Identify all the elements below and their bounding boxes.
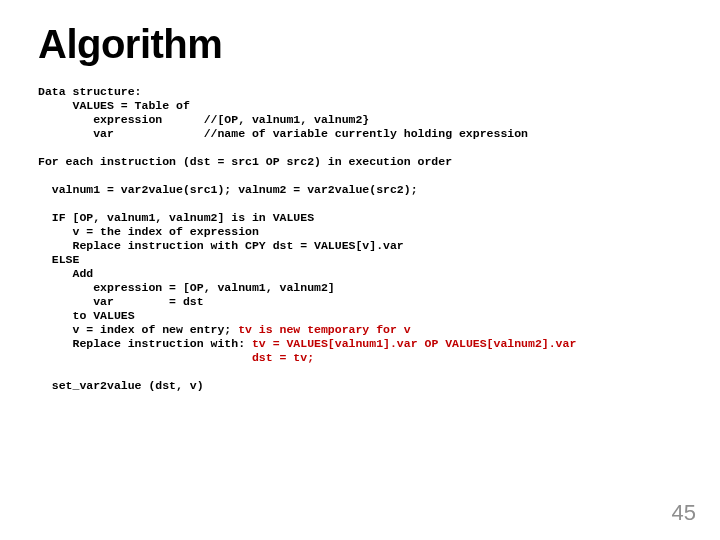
code-line-08: valnum1 = var2value(src1); valnum2 = var… bbox=[38, 183, 418, 196]
code-line-20a bbox=[38, 351, 245, 364]
code-line-11: v = the index of expression bbox=[38, 225, 259, 238]
code-line-17: to VALUES bbox=[38, 309, 135, 322]
code-line-19a: Replace instruction with: bbox=[38, 337, 245, 350]
code-line-04: var //name of variable currently holding… bbox=[38, 127, 528, 140]
slide-title: Algorithm bbox=[38, 22, 682, 67]
code-line-18b-highlight: tv is new temporary for v bbox=[231, 323, 410, 336]
code-line-20b-highlight: dst = tv; bbox=[245, 351, 314, 364]
algorithm-code-block: Data structure: VALUES = Table of expres… bbox=[38, 85, 682, 393]
code-line-12: Replace instruction with CPY dst = VALUE… bbox=[38, 239, 404, 252]
code-line-01: Data structure: bbox=[38, 85, 142, 98]
code-line-15: expression = [OP, valnum1, valnum2] bbox=[38, 281, 335, 294]
code-line-13: ELSE bbox=[38, 253, 79, 266]
code-line-22: set_var2value (dst, v) bbox=[38, 379, 204, 392]
code-line-18a: v = index of new entry; bbox=[38, 323, 231, 336]
code-line-16: var = dst bbox=[38, 295, 204, 308]
slide: Algorithm Data structure: VALUES = Table… bbox=[0, 0, 720, 540]
code-line-03: expression //[OP, valnum1, valnum2} bbox=[38, 113, 369, 126]
code-line-06: For each instruction (dst = src1 OP src2… bbox=[38, 155, 452, 168]
code-line-19b-highlight: tv = VALUES[valnum1].var OP VALUES[valnu… bbox=[245, 337, 576, 350]
page-number: 45 bbox=[672, 500, 696, 526]
code-line-10: IF [OP, valnum1, valnum2] is in VALUES bbox=[38, 211, 314, 224]
code-line-14: Add bbox=[38, 267, 93, 280]
code-line-02: VALUES = Table of bbox=[38, 99, 190, 112]
